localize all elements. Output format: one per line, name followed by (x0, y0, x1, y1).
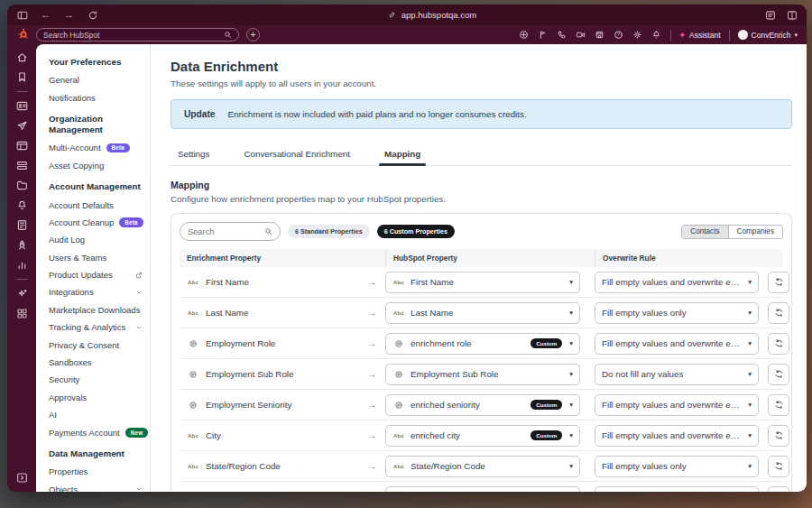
standard-properties-filter[interactable]: 6 Standard Properties (288, 225, 370, 238)
workflows-icon[interactable] (15, 179, 29, 192)
sidebar-item-users-teams[interactable]: Users & Teams (36, 249, 150, 266)
hubspot-property-select[interactable]: enriched seniority Custom ▾ (385, 394, 580, 416)
calling-icon[interactable] (557, 30, 567, 41)
sidebar-item-marketplace-downloads[interactable]: Marketplace Downloads (36, 301, 150, 319)
rocket-icon[interactable] (15, 238, 29, 252)
sync-button[interactable] (768, 456, 789, 477)
assistant-button[interactable]: ✦ Assistant (679, 31, 721, 40)
settings-icon[interactable] (632, 30, 643, 41)
reporting-icon[interactable] (15, 258, 29, 272)
copilot-icon[interactable] (538, 30, 549, 41)
sidebar-item-account-cleanup[interactable]: Account CleanupBeta (36, 214, 150, 231)
sidebar-item-multi-account[interactable]: Multi-AccountBeta (36, 139, 150, 156)
custom-properties-filter[interactable]: 6 Custom Properties (377, 225, 455, 238)
marketing-icon[interactable] (15, 119, 29, 133)
sidebar-item-payments-account[interactable]: Payments AccountNew (36, 424, 150, 441)
tab-mapping[interactable]: Mapping (379, 143, 426, 165)
shop-icon[interactable] (595, 30, 605, 41)
sidebar-item-security[interactable]: Security (36, 371, 150, 388)
content-icon[interactable] (15, 139, 29, 152)
summarizer-icon[interactable] (764, 9, 776, 21)
sync-button[interactable] (768, 486, 789, 492)
marketplace-icon[interactable] (519, 30, 530, 41)
sidebar-item-integrations[interactable]: Integrations (36, 283, 150, 300)
hubspot-property-select[interactable]: enrichment role Custom ▾ (385, 333, 580, 355)
reload-icon[interactable] (87, 9, 98, 21)
sidebar-item-tracking-analytics[interactable]: Tracking & Analytics (36, 319, 150, 336)
overwrite-rule-select[interactable]: Fill empty values and overwrite existing… (595, 333, 759, 355)
hubspot-logo-icon[interactable] (16, 27, 29, 43)
address-bar[interactable]: app.hubspotqa.com (98, 9, 764, 21)
sidebar-item-ai[interactable]: AI (36, 406, 150, 423)
sidebar-item-audit-log[interactable]: Audit Log (36, 231, 150, 248)
settings-sidebar: Your PreferencesGeneralNotificationsOrga… (36, 44, 151, 492)
update-banner: Update Enrichment is now included with p… (171, 99, 792, 129)
mapping-search[interactable] (180, 222, 281, 241)
mapping-search-input[interactable] (188, 227, 261, 236)
main-content: Data Enrichment These settings will appl… (151, 44, 807, 492)
sidebar-item-privacy-consent[interactable]: Privacy & Consent (36, 337, 150, 354)
sidebar-item-properties[interactable]: Properties (36, 463, 150, 480)
overwrite-rule-select[interactable]: Fill empty values and overwrite existing… (595, 272, 759, 293)
commerce-icon[interactable] (15, 159, 29, 172)
tab-overview-icon[interactable] (786, 9, 798, 21)
sidebar-item-sandboxes[interactable]: Sandboxes (36, 354, 150, 371)
chevron-down-icon: ▾ (748, 339, 752, 347)
global-search[interactable] (36, 28, 239, 42)
sidebar-item-account-defaults[interactable]: Account Defaults (36, 197, 150, 214)
overwrite-rule-select[interactable]: Fill empty values only ▾ (595, 456, 759, 477)
notifications-icon[interactable] (651, 30, 662, 41)
sidebar-item-asset-copying[interactable]: Asset Copying (36, 157, 150, 174)
forward-icon[interactable]: → (63, 9, 75, 21)
table-header: Enrichment Property HubSpot Property Ove… (180, 249, 783, 267)
table-row: AbcLast Name → AbcLast Name ▾ Fill empty… (180, 298, 783, 328)
hubspot-property-select[interactable]: Abcenriched country Custom ▾ (385, 486, 580, 492)
sync-button[interactable] (768, 425, 789, 447)
enrichment-property-cell: Employment Sub Role (180, 369, 358, 379)
workspace-icon[interactable] (15, 307, 29, 320)
back-icon[interactable]: ← (40, 9, 51, 21)
hubspot-property-select[interactable]: AbcState/Region Code ▾ (385, 456, 580, 477)
left-icon-rail (7, 44, 36, 492)
create-button[interactable]: + (246, 28, 260, 42)
sync-button[interactable] (768, 333, 789, 355)
expand-icon[interactable] (15, 471, 29, 485)
alerts-icon[interactable] (15, 199, 29, 212)
tab-bar: SettingsConversational EnrichmentMapping (171, 143, 792, 166)
account-menu[interactable]: ConvEnrich ▾ (738, 30, 798, 40)
hubspot-property-select[interactable]: AbcFirst Name ▾ (385, 272, 580, 293)
tab-settings[interactable]: Settings (172, 143, 215, 165)
sidebar-item-notifications[interactable]: Notifications (36, 89, 150, 106)
bookmarks-icon[interactable] (15, 70, 29, 84)
sync-button[interactable] (768, 364, 789, 385)
sidebar-item-general[interactable]: General (36, 71, 150, 88)
sidebar-toggle-icon[interactable] (16, 9, 28, 21)
sidebar-item-approvals[interactable]: Approvals (36, 389, 150, 406)
library-icon[interactable] (15, 218, 29, 232)
ai-assistant-icon[interactable] (15, 287, 29, 300)
toggle-contacts[interactable]: Contacts (682, 226, 727, 238)
crm-icon[interactable] (15, 99, 29, 113)
hubspot-property-select[interactable]: AbcLast Name ▾ (385, 302, 580, 324)
meetings-icon[interactable] (576, 30, 586, 41)
sidebar-item-product-updates[interactable]: Product Updates (36, 266, 150, 283)
overwrite-rule-select[interactable]: Fill empty values and overwrite existing… (595, 394, 759, 416)
tab-conversational-enrichment[interactable]: Conversational Enrichment (238, 143, 355, 165)
home-icon[interactable] (15, 51, 29, 64)
hubspot-property-select[interactable]: Abcenriched city Custom ▾ (385, 425, 580, 447)
sync-button[interactable] (768, 394, 789, 416)
global-search-input[interactable] (43, 31, 218, 40)
sync-button[interactable] (768, 302, 789, 324)
overwrite-rule-select[interactable]: Fill empty values and overwrite existing… (595, 425, 759, 447)
text-property-icon: Abc (187, 464, 199, 469)
hubspot-property-select[interactable]: Employment Sub Role ▾ (385, 364, 580, 385)
sidebar-item-objects[interactable]: Objects (36, 481, 150, 492)
overwrite-rule-select[interactable]: Fill empty values only ▾ (595, 486, 759, 492)
overwrite-rule-select[interactable]: Fill empty values only ▾ (595, 302, 759, 324)
sidebar-section-header: Data Management (36, 441, 150, 463)
chevron-down-icon: ▾ (748, 401, 752, 409)
help-icon[interactable]: ? (614, 30, 624, 41)
toggle-companies[interactable]: Companies (728, 226, 782, 238)
overwrite-rule-select[interactable]: Do not fill any values ▾ (595, 364, 759, 385)
sync-button[interactable] (768, 272, 789, 293)
